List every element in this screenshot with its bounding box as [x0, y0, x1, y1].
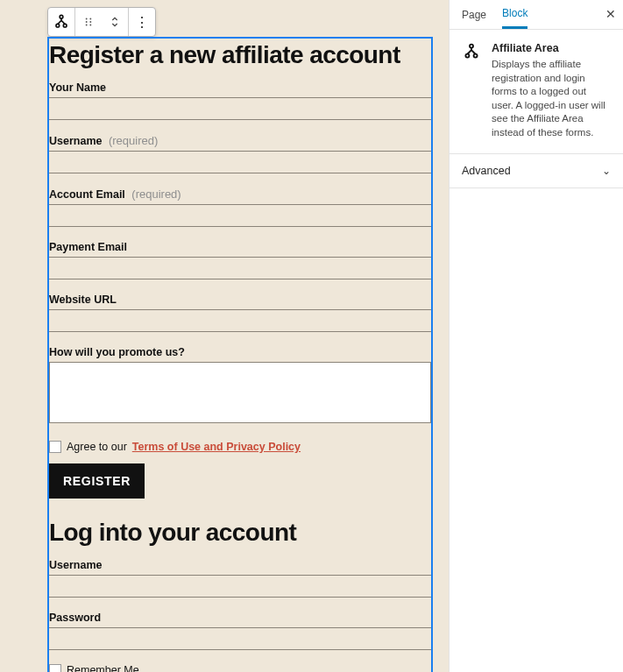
block-info: Affiliate Area Displays the affiliate re… [450, 30, 623, 154]
register-button[interactable]: REGISTER [49, 463, 145, 499]
label-username-required: (required) [109, 134, 158, 147]
affiliate-area-icon [462, 42, 483, 139]
svg-point-11 [89, 25, 91, 26]
drag-icon[interactable] [75, 8, 102, 36]
svg-point-4 [56, 24, 60, 27]
field-account-email: Account Email (required) [49, 187, 431, 227]
svg-point-8 [86, 21, 88, 23]
field-login-password: Password [49, 612, 431, 650]
chevron-down-icon: ⌄ [602, 165, 611, 177]
label-username: Username (required) [49, 134, 431, 147]
svg-point-6 [86, 18, 88, 20]
input-login-password[interactable] [49, 627, 431, 650]
label-promote: How will you promote us? [49, 346, 431, 358]
label-account-email-required: (required) [131, 187, 181, 201]
label-website-url: Website URL [49, 294, 431, 306]
block-info-text: Affiliate Area Displays the affiliate re… [492, 42, 611, 139]
close-icon[interactable]: ✕ [605, 7, 616, 21]
checkbox-agree[interactable] [49, 441, 61, 453]
textarea-promote[interactable] [49, 362, 431, 423]
checkbox-remember[interactable] [49, 664, 61, 672]
field-promote: How will you promote us? [49, 346, 431, 427]
svg-point-5 [63, 24, 67, 27]
move-icon[interactable] [102, 8, 128, 36]
register-heading: Register a new affiliate account [49, 42, 431, 69]
more-icon[interactable] [129, 8, 155, 36]
agree-text: Agree to our [67, 441, 127, 453]
sidebar-tabs: Page Block ✕ [450, 0, 623, 30]
login-heading: Log into your account [49, 520, 431, 547]
input-account-email[interactable] [49, 204, 431, 227]
block-toolbar [47, 7, 156, 37]
agree-row: Agree to our Terms of Use and Privacy Po… [49, 441, 431, 453]
label-payment-email: Payment Email [49, 241, 431, 253]
svg-point-16 [465, 54, 469, 58]
remember-row: Remember Me [49, 664, 431, 672]
field-payment-email: Payment Email [49, 241, 431, 279]
block-title: Affiliate Area [492, 42, 611, 54]
label-your-name: Your Name [49, 81, 431, 94]
affiliate-area-block[interactable]: Register a new affiliate account Your Na… [47, 37, 433, 672]
editor-canvas: Register a new affiliate account Your Na… [0, 0, 449, 672]
field-your-name: Your Name [49, 81, 431, 120]
terms-link[interactable]: Terms of Use and Privacy Policy [132, 441, 301, 453]
svg-point-17 [474, 54, 478, 58]
svg-point-0 [60, 15, 63, 18]
settings-sidebar: Page Block ✕ Affiliate Area Displays the… [449, 0, 623, 672]
label-login-password: Password [49, 612, 431, 624]
field-website-url: Website URL [49, 294, 431, 332]
svg-point-7 [89, 18, 91, 20]
label-account-email: Account Email (required) [49, 187, 431, 201]
tab-block[interactable]: Block [502, 0, 527, 29]
label-username-text: Username [49, 135, 102, 147]
label-login-username: Username [49, 559, 431, 571]
tab-page[interactable]: Page [462, 2, 486, 28]
input-username[interactable] [49, 151, 431, 173]
label-account-email-text: Account Email [49, 188, 125, 201]
input-website-url[interactable] [49, 309, 431, 332]
block-type-icon[interactable] [48, 8, 74, 36]
field-username: Username (required) [49, 134, 431, 173]
input-login-username[interactable] [49, 575, 431, 598]
panel-advanced-label: Advanced [462, 165, 511, 177]
remember-label: Remember Me [67, 664, 139, 672]
svg-point-10 [86, 25, 88, 26]
svg-point-12 [470, 45, 473, 48]
panel-advanced[interactable]: Advanced ⌄ [450, 154, 623, 188]
input-payment-email[interactable] [49, 257, 431, 279]
svg-point-9 [89, 21, 91, 23]
block-description: Displays the affiliate registration and … [492, 58, 611, 139]
login-section: Log into your account Username Password … [49, 520, 431, 672]
field-login-username: Username [49, 559, 431, 598]
input-your-name[interactable] [49, 97, 431, 120]
